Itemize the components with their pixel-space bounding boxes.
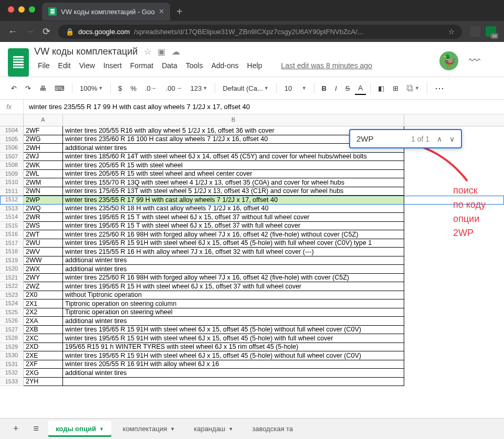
cell[interactable]: 2WG <box>24 135 63 144</box>
cell[interactable]: winter tires 205/65 R 15 with steel whee… <box>63 170 404 179</box>
row-header[interactable]: 1512 <box>0 196 24 205</box>
row-header[interactable]: 1511 <box>0 187 24 196</box>
row-header[interactable]: 1531 <box>0 360 24 369</box>
table-row[interactable]: 15222WZwinter tires 195/65 R 15 H with s… <box>0 282 504 291</box>
row-header[interactable]: 1532 <box>0 369 24 378</box>
row-header[interactable]: 1516 <box>0 230 24 239</box>
cell[interactable]: additional winter tires <box>63 256 404 265</box>
row-header[interactable]: 1520 <box>0 265 24 274</box>
menu-view[interactable]: View <box>76 59 99 72</box>
cell[interactable]: without Tiptronic operation <box>63 291 404 300</box>
cell[interactable]: winter tires 155/70 R 13Q with steel whe… <box>63 178 404 187</box>
row-header[interactable]: 1514 <box>0 213 24 222</box>
borders-button[interactable]: ⊞ <box>390 82 402 94</box>
cell[interactable]: winter tires 195/65 R 15 H with steel wh… <box>63 282 404 291</box>
row-header[interactable]: 1525 <box>0 308 24 317</box>
menu-insert[interactable]: Insert <box>100 59 125 72</box>
column-header-a[interactable]: A <box>24 114 63 126</box>
table-row[interactable]: 15162WTwinter tires 225/60 R 16 98H with… <box>0 230 504 239</box>
row-header[interactable]: 1526 <box>0 317 24 326</box>
row-header[interactable]: 1522 <box>0 282 24 291</box>
user-avatar[interactable]: 🦆 <box>439 51 458 70</box>
row-header[interactable]: 1508 <box>0 161 24 170</box>
decrease-decimal-button[interactable]: .0← <box>142 82 161 94</box>
cell[interactable]: winter tires 195/65 R 15 91H with steel … <box>63 334 404 343</box>
cell[interactable]: 2WU <box>24 239 63 248</box>
table-row[interactable]: 15232X0without Tiptronic operation <box>0 291 504 300</box>
cloud-icon[interactable]: ☁ <box>172 47 180 57</box>
font-select[interactable]: Default (Ca... ▼ <box>219 82 272 94</box>
cell[interactable]: 2WP <box>24 196 63 205</box>
find-input[interactable] <box>356 134 404 143</box>
print-button[interactable]: 🖶 <box>36 82 49 94</box>
select-all-corner[interactable] <box>0 114 24 126</box>
cell[interactable] <box>63 378 404 387</box>
row-header[interactable]: 1528 <box>0 334 24 343</box>
menu-edit[interactable]: Edit <box>55 59 75 72</box>
cell[interactable]: winter tires 195/65 R 15 T with steel wh… <box>63 213 404 222</box>
cell[interactable]: Tiptronic operation on steering wheel <box>63 308 404 317</box>
cell[interactable]: winter tires 225/60 R 16 98H with forged… <box>63 274 404 283</box>
cell[interactable]: 2XG <box>24 369 63 378</box>
fill-color-button[interactable]: ◧ <box>375 82 387 94</box>
cell[interactable]: winter tires 195/65 R 15 91H with steel … <box>63 239 404 248</box>
cell[interactable]: Tiptronic operation on steering column <box>63 299 404 308</box>
font-size-dd[interactable]: ▼ <box>299 83 310 93</box>
cell[interactable]: winter tires 175/65 R 13T with steel whe… <box>63 187 404 196</box>
toolbar-more-button[interactable]: ⋯ <box>432 80 447 96</box>
sheets-logo-icon[interactable] <box>8 48 29 77</box>
paint-format-button[interactable]: ⌨ <box>51 82 68 94</box>
cell[interactable]: winter tires 235/50 R 18 H with cast all… <box>63 205 404 213</box>
cell[interactable]: 2WH <box>24 144 63 153</box>
table-row[interactable]: 15102WMwinter tires 155/70 R 13Q with st… <box>0 178 504 187</box>
format-currency-button[interactable]: $ <box>115 82 125 94</box>
menu-data[interactable]: Data <box>158 59 181 72</box>
cell[interactable]: winter tires 235/55 R 17 99 H with cast … <box>63 196 404 205</box>
italic-button[interactable]: I <box>332 82 340 94</box>
zoom-select[interactable]: 100% ▼ <box>77 82 106 94</box>
formula-input[interactable]: winter tires 235/55 R 17 99 H with cast … <box>24 100 504 114</box>
table-row[interactable]: 15332YH <box>0 378 504 387</box>
row-header[interactable]: 1523 <box>0 291 24 300</box>
cell[interactable]: 2XB <box>24 326 63 335</box>
cell[interactable]: 2WY <box>24 274 63 283</box>
cell[interactable]: additional winter tires <box>63 369 404 378</box>
bold-button[interactable]: B <box>319 82 330 94</box>
cell[interactable]: winter tires 195/65 R 15 T with steel wh… <box>63 222 404 231</box>
cell[interactable]: winter tires 195/65 R 15 91H with steel … <box>63 351 404 360</box>
sheet-tab-active[interactable]: коды опций ▼ <box>48 421 111 437</box>
menu-addons[interactable]: Add-ons <box>207 59 242 72</box>
row-header[interactable]: 1524 <box>0 299 24 308</box>
cell[interactable]: 2XE <box>24 351 63 360</box>
cell[interactable]: 2X2 <box>24 308 63 317</box>
row-header[interactable]: 1518 <box>0 248 24 256</box>
table-row[interactable]: 15312XFwinter tires 205/55 R 16 91H with… <box>0 360 504 369</box>
format-percent-button[interactable]: % <box>127 82 140 94</box>
row-header[interactable]: 1530 <box>0 351 24 360</box>
row-header[interactable]: 1504 <box>0 126 24 135</box>
cell[interactable]: 2WL <box>24 170 63 179</box>
cell[interactable]: 2WJ <box>24 153 63 162</box>
table-row[interactable]: 15252X2Tiptronic operation on steering w… <box>0 308 504 317</box>
cell[interactable]: winter tires 215/55 R 16 H with alloy wh… <box>63 248 404 256</box>
browser-tab[interactable]: VW коды комплектаций - Goo × <box>42 3 170 20</box>
cell[interactable]: 2X0 <box>24 291 63 300</box>
row-header[interactable]: 1509 <box>0 170 24 179</box>
table-row[interactable]: 15082WKwinter tires 205/65 R 15 with ste… <box>0 161 504 170</box>
table-row[interactable]: 15262XAadditional winter tires <box>0 317 504 326</box>
cell[interactable]: 2XC <box>24 334 63 343</box>
menu-file[interactable]: File <box>34 59 54 72</box>
table-row[interactable]: 15172WUwinter tires 195/65 R 15 91H with… <box>0 239 504 248</box>
text-color-button[interactable]: A <box>355 82 366 95</box>
cell[interactable]: 2WK <box>24 161 63 170</box>
cell[interactable]: 2WX <box>24 265 63 274</box>
cell[interactable]: 2WM <box>24 178 63 187</box>
spreadsheet-grid[interactable]: 15042WFwinter tires 205/55 R16 with allo… <box>0 126 504 389</box>
cell[interactable]: 2WN <box>24 187 63 196</box>
row-header[interactable]: 1527 <box>0 326 24 335</box>
last-edit-link[interactable]: Last edit was 8 minutes ago <box>277 59 376 72</box>
sheet-tab[interactable]: комплектация ▼ <box>116 421 182 437</box>
table-row[interactable]: 15182WVwinter tires 215/55 R 16 H with a… <box>0 248 504 256</box>
table-row[interactable]: 15092WLwinter tires 205/65 R 15 with ste… <box>0 170 504 179</box>
menu-help[interactable]: Help <box>244 59 266 72</box>
